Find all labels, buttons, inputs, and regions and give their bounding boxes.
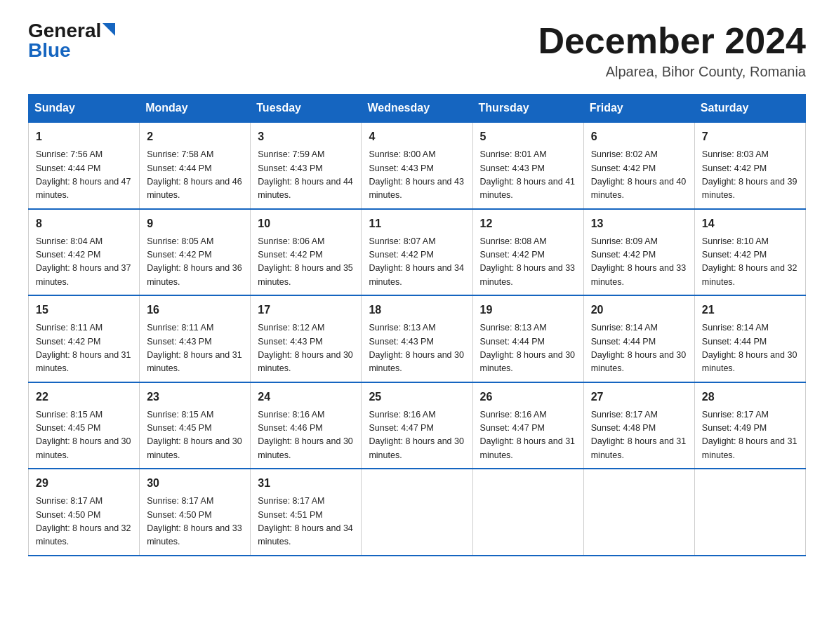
calendar-cell: 16Sunrise: 8:11 AMSunset: 4:43 PMDayligh…	[140, 295, 251, 382]
calendar-cell: 7Sunrise: 8:03 AMSunset: 4:42 PMDaylight…	[694, 122, 805, 209]
calendar-cell: 21Sunrise: 8:14 AMSunset: 4:44 PMDayligh…	[694, 295, 805, 382]
day-info: Sunrise: 8:15 AMSunset: 4:45 PMDaylight:…	[147, 408, 243, 463]
calendar-cell: 13Sunrise: 8:09 AMSunset: 4:42 PMDayligh…	[583, 209, 694, 296]
day-number: 13	[591, 215, 687, 232]
calendar-cell: 10Sunrise: 8:06 AMSunset: 4:42 PMDayligh…	[251, 209, 362, 296]
col-sunday: Sunday	[29, 95, 140, 123]
calendar-week-row: 15Sunrise: 8:11 AMSunset: 4:42 PMDayligh…	[29, 295, 806, 382]
calendar-week-row: 8Sunrise: 8:04 AMSunset: 4:42 PMDaylight…	[29, 209, 806, 296]
calendar-cell: 1Sunrise: 7:56 AMSunset: 4:44 PMDaylight…	[29, 122, 140, 209]
day-number: 17	[258, 302, 354, 318]
calendar-cell: 9Sunrise: 8:05 AMSunset: 4:42 PMDaylight…	[140, 209, 251, 296]
day-info: Sunrise: 8:16 AMSunset: 4:47 PMDaylight:…	[369, 408, 465, 463]
day-number: 4	[369, 128, 465, 145]
calendar-cell: 15Sunrise: 8:11 AMSunset: 4:42 PMDayligh…	[29, 295, 140, 382]
calendar-cell: 23Sunrise: 8:15 AMSunset: 4:45 PMDayligh…	[140, 382, 251, 469]
day-number: 29	[36, 475, 132, 492]
day-info: Sunrise: 8:08 AMSunset: 4:42 PMDaylight:…	[480, 235, 576, 290]
day-number: 24	[258, 389, 354, 405]
logo: General Blue	[28, 21, 115, 60]
day-number: 21	[702, 302, 798, 318]
day-number: 12	[480, 215, 576, 232]
day-info: Sunrise: 8:06 AMSunset: 4:42 PMDaylight:…	[258, 235, 354, 290]
calendar-week-row: 29Sunrise: 8:17 AMSunset: 4:50 PMDayligh…	[29, 469, 806, 556]
calendar-cell: 31Sunrise: 8:17 AMSunset: 4:51 PMDayligh…	[251, 469, 362, 556]
calendar-cell	[583, 469, 694, 556]
calendar-cell: 12Sunrise: 8:08 AMSunset: 4:42 PMDayligh…	[472, 209, 583, 296]
col-wednesday: Wednesday	[362, 95, 472, 123]
page-header: General Blue December 2024 Alparea, Biho…	[28, 21, 806, 80]
calendar-cell: 30Sunrise: 8:17 AMSunset: 4:50 PMDayligh…	[140, 469, 251, 556]
day-info: Sunrise: 8:09 AMSunset: 4:42 PMDaylight:…	[591, 235, 687, 290]
calendar-cell: 29Sunrise: 8:17 AMSunset: 4:50 PMDayligh…	[29, 469, 140, 556]
day-info: Sunrise: 8:02 AMSunset: 4:42 PMDaylight:…	[591, 148, 687, 203]
day-number: 26	[480, 389, 576, 405]
calendar-cell: 20Sunrise: 8:14 AMSunset: 4:44 PMDayligh…	[583, 295, 694, 382]
day-info: Sunrise: 8:15 AMSunset: 4:45 PMDaylight:…	[36, 408, 132, 463]
calendar-cell: 17Sunrise: 8:12 AMSunset: 4:43 PMDayligh…	[251, 295, 362, 382]
day-number: 10	[258, 215, 354, 232]
day-number: 8	[36, 215, 132, 232]
day-number: 1	[36, 128, 132, 145]
day-info: Sunrise: 8:14 AMSunset: 4:44 PMDaylight:…	[702, 321, 798, 376]
calendar-cell	[472, 469, 583, 556]
calendar-cell: 11Sunrise: 8:07 AMSunset: 4:42 PMDayligh…	[362, 209, 472, 296]
day-info: Sunrise: 8:07 AMSunset: 4:42 PMDaylight:…	[369, 235, 465, 290]
calendar-cell: 5Sunrise: 8:01 AMSunset: 4:43 PMDaylight…	[472, 122, 583, 209]
calendar-cell: 8Sunrise: 8:04 AMSunset: 4:42 PMDaylight…	[29, 209, 140, 296]
day-info: Sunrise: 8:05 AMSunset: 4:42 PMDaylight:…	[147, 235, 243, 290]
month-title: December 2024	[538, 21, 806, 61]
day-info: Sunrise: 8:11 AMSunset: 4:43 PMDaylight:…	[147, 321, 243, 376]
calendar-cell: 4Sunrise: 8:00 AMSunset: 4:43 PMDaylight…	[362, 122, 472, 209]
day-number: 7	[702, 128, 798, 145]
day-number: 23	[147, 389, 243, 405]
logo-triangle-icon	[102, 23, 115, 36]
location-subtitle: Alparea, Bihor County, Romania	[538, 64, 806, 80]
day-number: 3	[258, 128, 354, 145]
day-info: Sunrise: 8:10 AMSunset: 4:42 PMDaylight:…	[702, 235, 798, 290]
day-number: 11	[369, 215, 465, 232]
calendar-cell: 6Sunrise: 8:02 AMSunset: 4:42 PMDaylight…	[583, 122, 694, 209]
calendar-cell: 3Sunrise: 7:59 AMSunset: 4:43 PMDaylight…	[251, 122, 362, 209]
day-info: Sunrise: 8:14 AMSunset: 4:44 PMDaylight:…	[591, 321, 687, 376]
day-info: Sunrise: 8:12 AMSunset: 4:43 PMDaylight:…	[258, 321, 354, 376]
title-area: December 2024 Alparea, Bihor County, Rom…	[538, 21, 806, 80]
logo-general-text: General	[28, 21, 101, 41]
calendar-cell: 26Sunrise: 8:16 AMSunset: 4:47 PMDayligh…	[472, 382, 583, 469]
day-info: Sunrise: 7:59 AMSunset: 4:43 PMDaylight:…	[258, 148, 354, 203]
calendar-cell	[694, 469, 805, 556]
day-info: Sunrise: 8:11 AMSunset: 4:42 PMDaylight:…	[36, 321, 132, 376]
day-info: Sunrise: 7:58 AMSunset: 4:44 PMDaylight:…	[147, 148, 243, 203]
day-number: 25	[369, 389, 465, 405]
day-info: Sunrise: 8:17 AMSunset: 4:50 PMDaylight:…	[36, 495, 132, 549]
day-info: Sunrise: 8:01 AMSunset: 4:43 PMDaylight:…	[480, 148, 576, 203]
day-number: 14	[702, 215, 798, 232]
day-number: 16	[147, 302, 243, 318]
day-number: 28	[702, 389, 798, 405]
day-info: Sunrise: 8:17 AMSunset: 4:50 PMDaylight:…	[147, 495, 243, 549]
calendar-cell: 22Sunrise: 8:15 AMSunset: 4:45 PMDayligh…	[29, 382, 140, 469]
day-number: 31	[258, 475, 354, 492]
calendar-week-row: 1Sunrise: 7:56 AMSunset: 4:44 PMDaylight…	[29, 122, 806, 209]
day-number: 18	[369, 302, 465, 318]
day-info: Sunrise: 8:17 AMSunset: 4:48 PMDaylight:…	[591, 408, 687, 463]
day-number: 22	[36, 389, 132, 405]
day-number: 27	[591, 389, 687, 405]
col-friday: Friday	[583, 95, 694, 123]
day-info: Sunrise: 8:16 AMSunset: 4:47 PMDaylight:…	[480, 408, 576, 463]
calendar-cell: 19Sunrise: 8:13 AMSunset: 4:44 PMDayligh…	[472, 295, 583, 382]
day-number: 20	[591, 302, 687, 318]
day-number: 30	[147, 475, 243, 492]
svg-marker-0	[102, 23, 115, 36]
calendar-cell: 2Sunrise: 7:58 AMSunset: 4:44 PMDaylight…	[140, 122, 251, 209]
day-info: Sunrise: 7:56 AMSunset: 4:44 PMDaylight:…	[36, 148, 132, 203]
day-number: 15	[36, 302, 132, 318]
day-number: 19	[480, 302, 576, 318]
day-info: Sunrise: 8:13 AMSunset: 4:44 PMDaylight:…	[480, 321, 576, 376]
day-number: 2	[147, 128, 243, 145]
day-number: 9	[147, 215, 243, 232]
calendar-cell: 14Sunrise: 8:10 AMSunset: 4:42 PMDayligh…	[694, 209, 805, 296]
day-info: Sunrise: 8:03 AMSunset: 4:42 PMDaylight:…	[702, 148, 798, 203]
day-number: 5	[480, 128, 576, 145]
col-thursday: Thursday	[472, 95, 583, 123]
